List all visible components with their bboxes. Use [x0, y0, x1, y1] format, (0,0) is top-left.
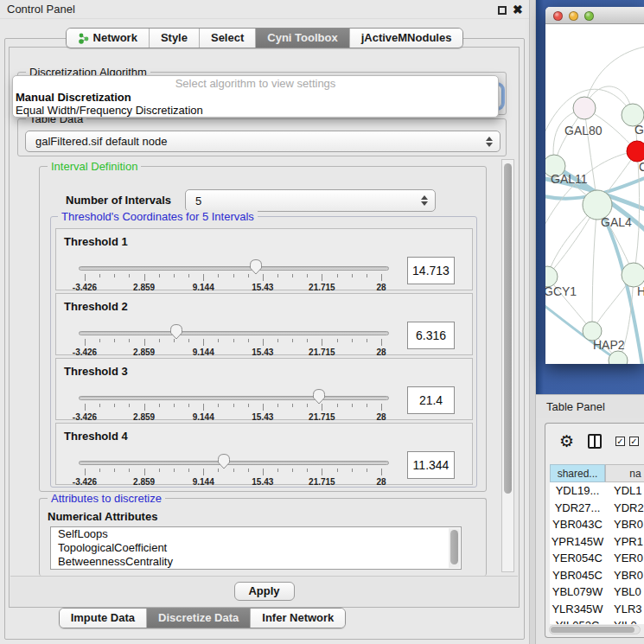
main-scrollbar[interactable] — [501, 159, 514, 572]
tab-impute-data[interactable]: Impute Data — [60, 609, 146, 628]
column-header-na[interactable]: na — [605, 464, 644, 482]
cell-shared-name[interactable]: YDR27... — [550, 500, 605, 517]
table-row[interactable]: YBL079WYBL0 — [550, 583, 644, 601]
slider-track[interactable] — [79, 331, 389, 335]
checkbox-icon[interactable]: ✓ — [615, 437, 625, 446]
cell-name[interactable]: YLR3 — [605, 601, 642, 618]
cell-name[interactable]: YBL0 — [605, 583, 641, 601]
tab-discretize-data[interactable]: Discretize Data — [146, 609, 250, 628]
cell-name[interactable]: YIL0 — [605, 617, 637, 624]
cell-shared-name[interactable]: YBR045C — [550, 567, 605, 584]
slider-thumb[interactable] — [249, 258, 263, 275]
table-row[interactable]: YER054CYER0 — [550, 550, 644, 567]
table-hscrollbar-thumb[interactable] — [551, 627, 634, 633]
tab-label: Discretize Data — [158, 609, 239, 628]
table-row[interactable]: YIL052CYIL0 — [550, 617, 644, 624]
network-node-red[interactable] — [627, 141, 644, 162]
table-header: shared...na — [550, 464, 644, 482]
cell-name[interactable]: YDL1 — [605, 482, 642, 500]
threshold-value-field[interactable]: 6.316 — [407, 322, 455, 349]
cell-name[interactable]: YPR1 — [605, 533, 643, 551]
slider-tick — [367, 339, 367, 342]
network-node-green[interactable] — [622, 263, 644, 287]
attribute-item-topologicalcoefficient[interactable]: TopologicalCoefficient — [51, 541, 461, 555]
cell-name[interactable]: YER0 — [605, 550, 643, 567]
network-edge[interactable] — [592, 205, 597, 331]
table-row[interactable]: YBR043CYBR0 — [550, 516, 644, 533]
network-edge[interactable] — [584, 46, 644, 108]
apply-button[interactable]: Apply — [234, 582, 295, 601]
table-row[interactable]: YLR345WYLR3 — [550, 601, 644, 618]
gear-icon[interactable]: ⚙ — [559, 431, 574, 450]
close-icon[interactable]: ✖ — [513, 2, 523, 17]
cell-name[interactable]: YBR0 — [605, 567, 643, 584]
tab-infer-network[interactable]: Infer Network — [250, 609, 345, 628]
threshold-panel-4: Threshold 4-3.4262.8599.14415.4321.71528… — [55, 423, 473, 485]
table-row[interactable]: YDL19...YDL1 — [550, 482, 644, 500]
top-tabs-group: NetworkStyleSelectCyni ToolboxjActiveMNo… — [66, 28, 464, 48]
float-icon[interactable] — [498, 6, 507, 15]
algorithm-option-equal-width-frequency-discretization[interactable]: Equal Width/Frequency Discretization — [13, 104, 498, 117]
table-row[interactable]: YDR27...YDR2 — [550, 500, 644, 517]
slider-track[interactable] — [79, 461, 389, 465]
table-row[interactable]: YBR045CYBR0 — [550, 567, 644, 584]
slider-tick — [367, 469, 367, 472]
network-canvas[interactable]: GAL80GCGAL11GAL4GCY1HHAP2 — [545, 24, 644, 364]
attribute-item-betweennesscentrality[interactable]: BetweennessCentrality — [51, 555, 461, 569]
algorithm-dropdown-popup: Select algorithm to view settings Manual… — [12, 75, 499, 118]
slider-track[interactable] — [79, 266, 389, 271]
slider-thumb[interactable] — [312, 388, 326, 405]
slider-thumb[interactable] — [217, 453, 231, 469]
network-node-pink[interactable] — [573, 97, 596, 119]
cell-shared-name[interactable]: YPR145W — [550, 533, 605, 551]
table-panel-titlebar: Table Panel — [536, 394, 644, 418]
slider-track[interactable] — [79, 396, 389, 400]
cell-name[interactable]: YBR0 — [605, 516, 643, 533]
slider-tick — [203, 274, 204, 281]
threshold-value-field[interactable]: 11.344 — [407, 451, 455, 479]
threshold-value-field[interactable]: 14.713 — [407, 257, 455, 284]
cell-shared-name[interactable]: YER054C — [550, 550, 605, 567]
traffic-light-minimize[interactable] — [569, 11, 578, 21]
tab-cyni-toolbox[interactable]: Cyni Toolbox — [255, 29, 348, 48]
slider-tick — [352, 404, 353, 407]
table-hscrollbar[interactable] — [549, 625, 641, 634]
attributes-scrollbar-thumb[interactable] — [450, 530, 458, 564]
slider-tick — [174, 274, 175, 277]
threshold-value-field[interactable]: 21.4 — [407, 386, 455, 414]
cell-shared-name[interactable]: YDL19... — [550, 482, 605, 500]
network-window-titlebar[interactable] — [545, 7, 644, 24]
tab-style[interactable]: Style — [149, 29, 199, 48]
cell-shared-name[interactable]: YBR043C — [550, 516, 605, 533]
attribute-item-selfloops[interactable]: SelfLoops — [51, 527, 461, 541]
table-data-combobox[interactable]: galFiltered.sif default node — [25, 131, 501, 152]
checkbox-icon[interactable]: ✓ — [629, 437, 639, 446]
table-row[interactable]: YPR145WYPR1 — [550, 533, 644, 551]
tab-select[interactable]: Select — [199, 29, 255, 48]
panel-divider[interactable] — [529, 0, 536, 644]
main-scrollbar-thumb[interactable] — [504, 163, 512, 494]
cell-shared-name[interactable]: YLR345W — [550, 601, 605, 618]
attributes-list[interactable]: SelfLoopsTopologicalCoefficientBetweenne… — [50, 526, 462, 570]
cell-name[interactable]: YDR2 — [605, 500, 644, 517]
num-intervals-value: 5 — [195, 190, 201, 211]
split-columns-icon[interactable] — [588, 434, 602, 449]
cell-shared-name[interactable]: YBL079W — [550, 583, 605, 601]
attributes-scrollbar[interactable] — [449, 528, 460, 568]
slider-tick — [188, 404, 189, 407]
slider-tick-label: -3.426 — [73, 283, 97, 292]
tab-jactivemnodules[interactable]: jActiveMNodules — [349, 29, 463, 48]
algorithm-prompt-item[interactable]: Select algorithm to view settings — [13, 76, 498, 91]
slider-tick — [292, 404, 293, 407]
traffic-light-close[interactable] — [553, 11, 563, 21]
tab-network[interactable]: Network — [67, 29, 149, 48]
slider-thumb[interactable] — [169, 323, 183, 340]
num-intervals-combobox[interactable]: 5 — [185, 189, 436, 212]
network-view-window[interactable]: GAL80GCGAL11GAL4GCY1HHAP2 — [545, 7, 644, 364]
column-header-shared[interactable]: shared... — [550, 464, 605, 482]
algorithm-option-manual-discretization[interactable]: Manual Discretization — [13, 91, 498, 104]
cell-shared-name[interactable]: YIL052C — [550, 617, 605, 624]
slider-tick — [114, 469, 115, 472]
traffic-light-zoom[interactable] — [584, 11, 594, 21]
node-label-gal11: GAL11 — [551, 172, 588, 186]
